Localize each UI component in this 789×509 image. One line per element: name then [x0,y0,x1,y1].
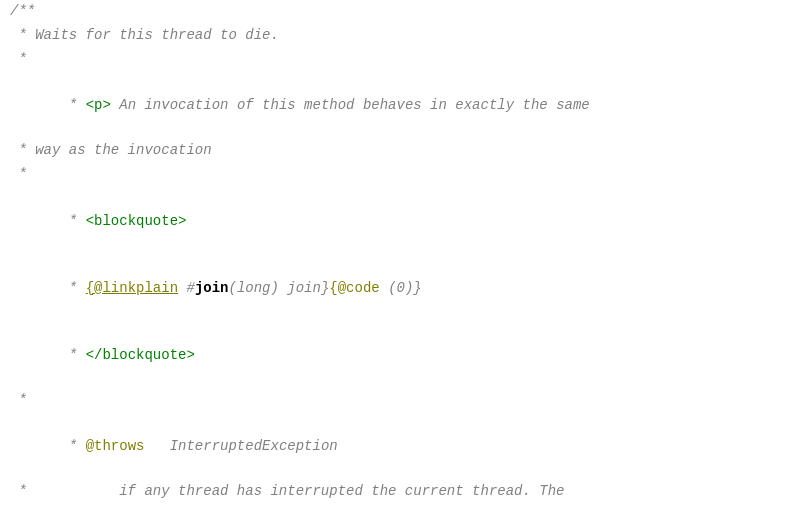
code-line-8: * {@linkplain #join(long) join}{@code (0… [0,254,789,321]
code-line-13: * <i>interrupted status</i> of the curre… [0,504,789,509]
code-line-9: * </blockquote> [0,322,789,389]
code-line-2: * Waits for this thread to die. [0,24,789,48]
code-line-7: * <blockquote> [0,187,789,254]
line-13-content: * <i>interrupted status</i> of the curre… [10,504,779,509]
line-2-content: * Waits for this thread to die. [10,24,779,46]
line-10-content: * [10,389,779,411]
code-line-4: * <p> An invocation of this method behav… [0,72,789,139]
line-6-content: * [10,163,779,185]
code-line-1: /** [0,0,789,24]
code-line-11: * @throws InterruptedException [0,413,789,480]
code-line-5: * way as the invocation [0,139,789,163]
line-8-content: * {@linkplain #join(long) join}{@code (0… [10,254,779,321]
code-line-3: * [0,48,789,72]
line-12-content: * if any thread has interrupted the curr… [10,480,779,502]
line-1-content: /** [10,0,779,22]
line-3-content: * [10,48,779,70]
line-4-content: * <p> An invocation of this method behav… [10,72,779,139]
code-line-6: * [0,163,789,187]
code-line-12: * if any thread has interrupted the curr… [0,480,789,504]
line-9-content: * </blockquote> [10,322,779,389]
line-5-content: * way as the invocation [10,139,779,161]
code-editor: /** * Waits for this thread to die. * * … [0,0,789,509]
line-7-content: * <blockquote> [10,187,779,254]
line-11-content: * @throws InterruptedException [10,413,779,480]
code-line-10: * [0,389,789,413]
